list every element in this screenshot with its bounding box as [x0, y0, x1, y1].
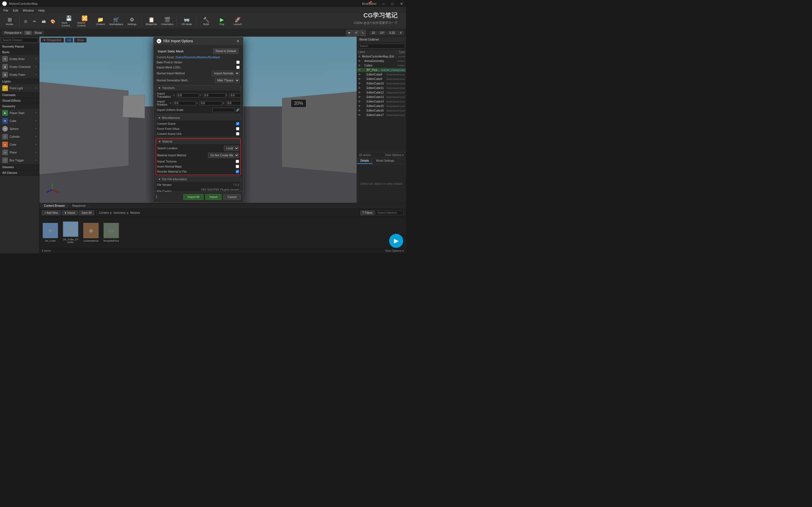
- asset-cube-material[interactable]: ◆ CubeMaterial: [82, 223, 99, 242]
- import-button[interactable]: ⬆ Import: [62, 210, 78, 215]
- vr-mode-button[interactable]: 🥽 VR Mode: [179, 14, 194, 29]
- reorder-material-checkbox[interactable]: [236, 170, 239, 173]
- add-cylinder[interactable]: +: [35, 135, 37, 138]
- lit-button[interactable]: Lit: [24, 31, 32, 35]
- empty-pawn-item[interactable]: ♟ Empty Pawn +: [0, 71, 39, 78]
- import-textures-checkbox[interactable]: [236, 160, 239, 163]
- add-player-start[interactable]: +: [35, 111, 37, 115]
- sequencer-tab[interactable]: Sequencer: [68, 203, 89, 209]
- rotate-tool[interactable]: ↺: [353, 30, 359, 36]
- cancel-button[interactable]: Cancel: [223, 194, 241, 200]
- minimize-button[interactable]: ─: [379, 0, 388, 7]
- force-front-checkbox[interactable]: [236, 127, 239, 130]
- asset-1m-cube-chamfer[interactable]: ◼ 1M_Cube_Chamfer: [62, 221, 79, 244]
- tool-4[interactable]: 🎨: [49, 14, 57, 29]
- add-sphere[interactable]: +: [35, 127, 37, 131]
- add-empty-pawn[interactable]: +: [35, 73, 37, 76]
- outliner-row[interactable]: 👁 EditorCube10 StaticMeshActor: [357, 81, 406, 86]
- content-button[interactable]: 📁 Content: [93, 14, 108, 29]
- breadcrumb-geometry[interactable]: Geometry: [113, 211, 126, 214]
- search-input[interactable]: [1, 38, 38, 43]
- scale-snap[interactable]: 0.25: [387, 31, 397, 35]
- visual-effects-header[interactable]: Visual Effects: [0, 98, 39, 103]
- settings-button[interactable]: ⚙ Settings: [124, 14, 139, 29]
- launch-button[interactable]: 🚀 Launch: [231, 14, 245, 29]
- plane-item[interactable]: ▭ Plane +: [0, 149, 39, 156]
- normal-import-select[interactable]: Import Normals: [212, 71, 240, 76]
- outliner-search-input[interactable]: [358, 44, 405, 48]
- empty-char-item[interactable]: ♟ Empty Character +: [0, 63, 39, 71]
- modes-button[interactable]: ⊞ Modes: [2, 14, 17, 29]
- add-cube[interactable]: +: [35, 119, 37, 123]
- view-options-btn[interactable]: View Options ▾: [385, 249, 404, 252]
- close-button[interactable]: ✕: [397, 0, 406, 7]
- transform-section-header[interactable]: ▼ Transform: [156, 86, 241, 91]
- tx-field[interactable]: [176, 93, 199, 98]
- add-box-trigger[interactable]: +: [35, 158, 37, 162]
- content-browser-tab[interactable]: Content Browser: [41, 203, 68, 209]
- grid-snap[interactable]: 10: [370, 31, 377, 35]
- tool-2[interactable]: ✏: [31, 14, 39, 29]
- build-button[interactable]: 🔨 Build: [199, 14, 213, 29]
- ty-field[interactable]: [203, 93, 225, 98]
- search-location-select[interactable]: Local: [224, 146, 239, 151]
- outliner-row[interactable]: 👁 EditorCube8 StaticMeshActor: [357, 72, 406, 77]
- marketplace-button[interactable]: 🛒 Marketplace: [109, 14, 123, 29]
- material-import-select[interactable]: Do Not Create Material: [208, 153, 239, 158]
- save-current-button[interactable]: 💾 Save Current: [61, 14, 76, 29]
- point-light-item[interactable]: 💡 Point Light +: [0, 84, 39, 92]
- rx-field[interactable]: [173, 101, 196, 105]
- outliner-row[interactable]: 👁 MotionControllerMap (Editor) World: [357, 54, 406, 59]
- outliner-row[interactable]: 👁 ArenaGeometry Folder: [357, 59, 406, 63]
- invert-normals-checkbox[interactable]: [236, 165, 239, 168]
- cube-item[interactable]: ■ Cube +: [0, 117, 39, 125]
- volumes-header[interactable]: Volumes: [0, 165, 39, 170]
- tool-3[interactable]: 🏔: [40, 14, 48, 29]
- world-settings-tab[interactable]: World Settings: [373, 158, 398, 164]
- outliner-row[interactable]: 👁 Cubes Folder: [357, 63, 406, 68]
- outliner-row[interactable]: 👁 EditorCube17 StaticMeshActor: [357, 113, 406, 117]
- outliner-row[interactable]: 👁 EditorCube9 StaticMeshActor: [357, 77, 406, 81]
- camera-speed[interactable]: 4: [398, 31, 404, 35]
- outliner-row[interactable]: 👁 EditorCube16 StaticMeshActor: [357, 108, 406, 113]
- show-button[interactable]: Show: [33, 31, 44, 35]
- empty-actor-item[interactable]: ● Empty Actor +: [0, 55, 39, 63]
- blueprints-button[interactable]: 📋 Blueprints: [144, 14, 159, 29]
- breadcrumb-content[interactable]: Content: [99, 211, 109, 214]
- menu-window[interactable]: Window: [20, 8, 36, 13]
- rot-snap[interactable]: 10°: [378, 31, 387, 35]
- convert-scene-checkbox[interactable]: [236, 122, 239, 125]
- outliner-row[interactable]: 👁 BP_PickupCube Edit BP_PickupCube: [357, 68, 406, 72]
- add-empty-actor[interactable]: +: [35, 57, 37, 61]
- menu-edit[interactable]: Edit: [11, 8, 20, 13]
- menu-file[interactable]: File: [1, 8, 11, 13]
- fbx-file-info-header[interactable]: ▼ Fbx File Information: [156, 177, 241, 182]
- play-button[interactable]: ▶ Play: [214, 14, 229, 29]
- normal-gen-select[interactable]: Mikk TSpace: [215, 78, 240, 83]
- filters-button[interactable]: T Filters: [360, 210, 374, 215]
- lights-header[interactable]: Lights: [0, 79, 39, 84]
- scale-field[interactable]: 1.0: [212, 108, 235, 112]
- maximize-button[interactable]: □: [388, 0, 397, 7]
- outliner-row[interactable]: 👁 EditorCube13 StaticMeshActor: [357, 95, 406, 100]
- player-start-item[interactable]: ▶ Player Start +: [0, 109, 39, 117]
- ry-field[interactable]: [200, 101, 222, 105]
- recently-placed-header[interactable]: Recently Placed: [0, 44, 39, 49]
- asset-1m-cube[interactable]: ■ 1M_Cube: [42, 223, 59, 242]
- perspective-dropdown[interactable]: Perspective ▾: [2, 31, 24, 35]
- add-new-button[interactable]: + Add New: [42, 210, 61, 215]
- translate-tool[interactable]: ⬌: [346, 30, 352, 36]
- cinematic-header[interactable]: Cinematic: [0, 93, 39, 98]
- outliner-row[interactable]: 👁 EditorCube15 StaticMeshActor: [357, 104, 406, 108]
- menu-help[interactable]: Help: [36, 8, 47, 13]
- asset-template-floor[interactable]: ▭ TemplateFloor: [103, 223, 119, 242]
- scale-tool[interactable]: ⤡: [360, 30, 366, 36]
- outliner-row[interactable]: 👁 EditorCube14 StaticMeshActor: [357, 100, 406, 104]
- basic-header[interactable]: Basic: [0, 50, 39, 55]
- import-button[interactable]: Import: [205, 194, 221, 200]
- reset-to-default-button[interactable]: Reset to Default: [213, 48, 239, 54]
- add-point-light[interactable]: +: [35, 86, 37, 90]
- sphere-item[interactable]: ● Sphere +: [0, 125, 39, 133]
- import-all-button[interactable]: Import All: [183, 194, 204, 200]
- add-empty-char[interactable]: +: [35, 65, 37, 69]
